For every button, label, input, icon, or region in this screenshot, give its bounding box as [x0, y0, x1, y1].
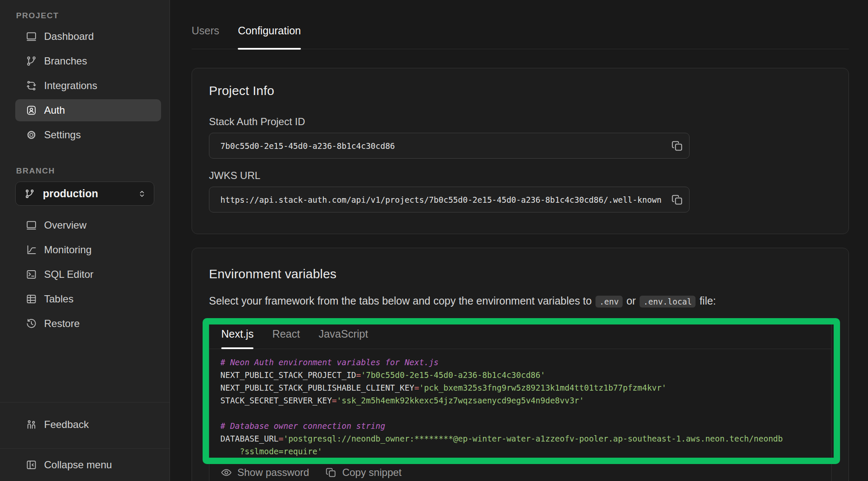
branch-selector[interactable]: production [15, 182, 154, 206]
restore-icon [25, 318, 37, 330]
code-token-op: = [332, 396, 337, 405]
environment-variables-description: Select your framework from the tabs belo… [209, 295, 832, 307]
sidebar-item-label: Feedback [44, 419, 89, 431]
copy-icon [671, 140, 684, 152]
code-line: NEXT_PUBLIC_STACK_PUBLISHABLE_CLIENT_KEY… [220, 381, 820, 394]
sidebar-item-tables[interactable]: Tables [15, 288, 161, 310]
sidebar-item-label: SQL Editor [44, 268, 94, 280]
sql-editor-icon [25, 268, 37, 280]
project-section-label: PROJECT [16, 11, 170, 20]
filename-chip: .env [595, 296, 623, 308]
neon-console-app: PROJECT DashboardBranchesIntegrationsAut… [0, 0, 868, 481]
env-snippet-panel: Next.jsReactJavaScript # Neon Auth envir… [209, 319, 832, 481]
environment-variables-title: Environment variables [209, 267, 832, 281]
sidebar-item-label: Dashboard [44, 31, 94, 42]
sidebar-item-branches[interactable]: Branches [15, 50, 161, 72]
sidebar-item-label: Monitoring [44, 244, 92, 256]
gear-icon [25, 129, 37, 141]
code-line: NEXT_PUBLIC_STACK_PROJECT_ID='7b0c55d0-2… [220, 369, 820, 381]
feedback-icon [25, 419, 37, 431]
code-token-plain: STACK_SECRET_SERVER_KEY [220, 396, 332, 405]
filename-chip: .env.local [640, 296, 696, 308]
framework-tabs: Next.jsReactJavaScript [209, 319, 831, 349]
code-token-comment: # Database owner connection string [220, 421, 385, 431]
sidebar-item-overview[interactable]: Overview [15, 214, 161, 236]
overview-icon [25, 219, 37, 231]
sidebar: PROJECT DashboardBranchesIntegrationsAut… [0, 0, 170, 481]
sidebar-item-auth[interactable]: Auth [15, 99, 161, 121]
chevrons-updown-icon [137, 189, 147, 199]
environment-variables-card: Environment variables Select your framew… [192, 248, 849, 481]
sidebar-item-feedback[interactable]: Feedback [15, 414, 161, 436]
auth-icon [25, 104, 37, 116]
jwks-url-label: JWKS URL [209, 170, 832, 182]
integrations-icon [25, 80, 37, 92]
copy-button[interactable] [670, 192, 685, 207]
branch-nav: OverviewMonitoringSQL EditorTablesRestor… [15, 214, 161, 335]
tab-configuration[interactable]: Configuration [238, 25, 301, 49]
show-password-label: Show password [237, 467, 309, 478]
project-info-fields: Stack Auth Project ID7b0c55d0-2e15-45d0-… [209, 116, 832, 213]
project-nav: DashboardBranchesIntegrationsAuthSetting… [15, 25, 161, 146]
sidebar-item-label: Settings [44, 129, 81, 141]
code-line: DATABASE_URL='postgresql://neondb_owner:… [220, 432, 820, 445]
code-token-comment: # Neon Auth environment variables for Ne… [220, 358, 439, 367]
copy-snippet-button[interactable]: Copy snippet [325, 464, 401, 481]
sidebar-item-sql-editor[interactable]: SQL Editor [15, 263, 161, 285]
jwks-url-input[interactable]: https://api.stack-auth.com/api/v1/projec… [209, 187, 690, 213]
code-token-plain: NEXT_PUBLIC_STACK_PROJECT_ID [220, 370, 356, 380]
code-token-string: '7b0c55d0-2e15-45d0-a236-8b1c4c30cd86' [361, 370, 545, 380]
field-value: 7b0c55d0-2e15-45d0-a236-8b1c4c30cd86 [220, 141, 395, 151]
description-text: file: [696, 295, 716, 307]
code-token-string: 'postgresql://neondb_owner:********@ep-w… [284, 434, 783, 443]
framework-tab-nextjs[interactable]: Next.js [221, 319, 253, 349]
sidebar-item-integrations[interactable]: Integrations [15, 75, 161, 97]
sidebar-item-label: Tables [44, 293, 73, 305]
sidebar-item-restore[interactable]: Restore [15, 313, 161, 335]
code-token-string: 'pck_bxem325s3fng9rw5z89213k1md4tt01tz1b… [419, 383, 666, 392]
tables-icon [25, 293, 37, 305]
code-token-op: = [278, 434, 283, 443]
code-line: ?sslmode=require' [220, 445, 820, 458]
feedback-section: Feedback [0, 402, 170, 448]
framework-tab-react[interactable]: React [272, 319, 300, 349]
framework-tab-javascript[interactable]: JavaScript [319, 319, 368, 349]
branch-icon [25, 55, 37, 67]
eye-icon [220, 467, 232, 478]
tab-users[interactable]: Users [192, 25, 219, 49]
sidebar-item-collapse-menu[interactable]: Collapse menu [15, 454, 161, 476]
copy-snippet-label: Copy snippet [342, 467, 401, 478]
sidebar-footer: Feedback Collapse menu [0, 402, 170, 481]
show-password-button[interactable]: Show password [220, 464, 309, 481]
branch-section-label: BRANCH [16, 166, 170, 176]
main-content: UsersConfiguration Project Info Stack Au… [170, 0, 868, 481]
sidebar-item-label: Overview [44, 219, 86, 231]
sidebar-item-label: Integrations [44, 80, 97, 92]
description-text: Select your framework from the tabs belo… [209, 295, 595, 307]
field-stack-auth-project-id: Stack Auth Project ID7b0c55d0-2e15-45d0-… [209, 116, 832, 159]
description-text: or [623, 295, 639, 307]
collapse-section: Collapse menu [0, 448, 170, 481]
sidebar-item-settings[interactable]: Settings [15, 124, 161, 146]
code-token-string: 'ssk_2m5h4emk92kkexc54jz7wqzsaenycd9eg5v… [337, 396, 584, 405]
project-info-title: Project Info [209, 84, 832, 98]
stack-auth-project-id-label: Stack Auth Project ID [209, 116, 832, 128]
sidebar-item-monitoring[interactable]: Monitoring [15, 239, 161, 261]
code-token-op: = [415, 383, 419, 392]
copy-icon [325, 467, 337, 478]
stack-auth-project-id-input[interactable]: 7b0c55d0-2e15-45d0-a236-8b1c4c30cd86 [209, 133, 690, 159]
branch-selector-value: production [43, 187, 98, 200]
branch-icon [24, 188, 35, 199]
code-line: STACK_SECRET_SERVER_KEY='ssk_2m5h4emk92k… [220, 394, 820, 407]
code-token-string: ?sslmode=require' [220, 447, 322, 456]
snippet-footer: Show passwordCopy snippet [209, 460, 831, 481]
sidebar-item-dashboard[interactable]: Dashboard [15, 25, 161, 48]
project-info-card: Project Info Stack Auth Project ID7b0c55… [192, 68, 849, 234]
monitoring-icon [25, 244, 37, 256]
collapse-icon [25, 459, 37, 471]
sidebar-item-label: Collapse menu [44, 459, 112, 471]
field-jwks-url: JWKS URLhttps://api.stack-auth.com/api/v… [209, 170, 832, 213]
env-code-block: # Neon Auth environment variables for Ne… [209, 349, 831, 460]
copy-button[interactable] [670, 138, 685, 154]
copy-icon [671, 193, 684, 206]
